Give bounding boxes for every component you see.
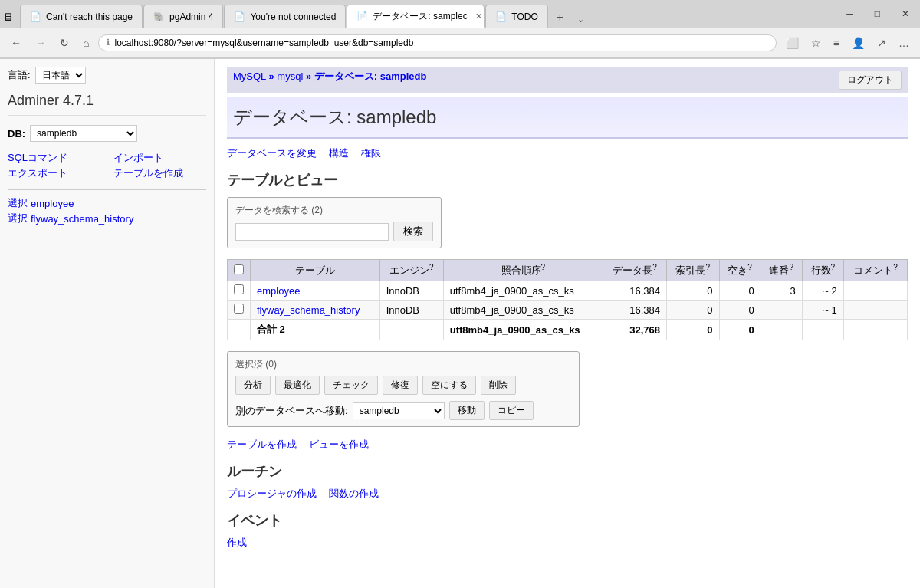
sidebar-create-table[interactable]: テーブルを作成 (113, 166, 207, 180)
check-button[interactable]: チェック (324, 376, 378, 395)
action-links: データベースを変更 構造 権限 (227, 146, 908, 160)
optimize-button[interactable]: 最適化 (275, 376, 320, 395)
table-link-employee: 選択 employee (8, 196, 206, 210)
col-header-index-len: 索引長? (666, 260, 719, 281)
tab-database[interactable]: 📄 データベース: samplec ✕ (347, 5, 485, 28)
create-view-link[interactable]: ビューを作成 (309, 438, 369, 452)
breadcrumb-mysql-db[interactable]: mysql (277, 71, 303, 82)
breadcrumb-mysql[interactable]: MySQL (233, 71, 266, 82)
db-label: DB: (8, 128, 25, 140)
tab-icon: 📄 (495, 11, 507, 22)
col-header-comment: コメント? (843, 260, 907, 281)
routine-title: ルーチン (227, 462, 908, 481)
employee-rows: ~ 2 (802, 281, 843, 301)
tab-icon: 📄 (30, 11, 41, 22)
flyway-link[interactable]: flyway_schema_history (257, 304, 360, 316)
move-label: 別のデータベースへ移動: (235, 404, 348, 418)
sidebar-nav-links: SQLコマンド インポート エクスポート テーブルを作成 (8, 151, 206, 180)
select-employee-link[interactable]: 選択 (8, 196, 28, 210)
sidebar-import[interactable]: インポート (113, 151, 207, 165)
refresh-button[interactable]: ↻ (55, 34, 74, 52)
create-event-link[interactable]: 作成 (227, 536, 247, 550)
breadcrumb-current: データベース: sampledb (314, 71, 427, 82)
back-button[interactable]: ← (6, 34, 26, 52)
collections-button[interactable]: ≡ (829, 34, 844, 52)
tab-cant-reach[interactable]: 📄 Can't reach this page (20, 5, 143, 28)
delete-button[interactable]: 削除 (481, 376, 516, 395)
maximize-button[interactable]: □ (864, 0, 891, 28)
db-select[interactable]: sampledb (30, 125, 137, 142)
search-button[interactable]: 検索 (393, 222, 433, 241)
move-button[interactable]: 移動 (449, 401, 485, 420)
total-collation: utf8mb4_ja_0900_as_cs_ks (443, 320, 603, 340)
close-button[interactable]: ✕ (891, 0, 920, 28)
table-row: employee InnoDB utf8mb4_ja_0900_as_cs_ks… (228, 281, 908, 301)
copy-button[interactable]: コピー (489, 401, 534, 420)
employee-link[interactable]: employee (257, 285, 300, 297)
main-content: MySQL » mysql » データベース: sampledb ログアウト デ… (215, 59, 920, 588)
forward-button[interactable]: → (31, 34, 51, 52)
truncate-button[interactable]: 空にする (422, 376, 476, 395)
total-free: 0 (719, 320, 761, 340)
tab-overflow-button[interactable]: ⌄ (571, 11, 590, 28)
favorites-button[interactable]: ☆ (807, 34, 826, 52)
sidebar: 言語: 日本語 Adminer 4.7.1 DB: sampledb SQLコマ… (0, 59, 215, 588)
tab-icon: 📄 (234, 11, 245, 22)
move-select[interactable]: sampledb (353, 402, 445, 419)
selection-title: 選択済 (0) (235, 358, 571, 371)
lang-select[interactable]: 日本語 (35, 67, 86, 84)
employee-data-len: 16,384 (603, 281, 666, 301)
url-bar[interactable]: ℹ localhost:9080/?server=mysql&username=… (98, 34, 776, 51)
tab-not-connected[interactable]: 📄 You're not connected (224, 5, 346, 28)
window-icon: 🖥 (3, 11, 14, 23)
create-links: テーブルを作成 ビューを作成 (227, 438, 908, 452)
profile-button[interactable]: 👤 (847, 34, 869, 52)
settings-button[interactable]: … (894, 34, 914, 52)
share-button[interactable]: ↗ (872, 34, 891, 52)
permissions-link[interactable]: 権限 (361, 146, 381, 160)
lang-row: 言語: 日本語 (8, 67, 206, 84)
flyway-engine: InnoDB (380, 301, 443, 320)
repair-button[interactable]: 修復 (383, 376, 418, 395)
col-header-auto-inc: 連番? (761, 260, 802, 281)
row-checkbox-employee[interactable] (234, 284, 244, 294)
move-row: 別のデータベースへ移動: sampledb 移動 コピー (235, 401, 571, 420)
page-title: データベース: sampledb (227, 97, 908, 139)
sidebar-sql-command[interactable]: SQLコマンド (8, 151, 101, 165)
toolbar-icons: ⬜ ☆ ≡ 👤 ↗ … (781, 34, 914, 52)
row-checkbox-flyway[interactable] (234, 304, 244, 314)
select-all-checkbox[interactable] (234, 264, 244, 274)
sidebar-divider (8, 189, 206, 190)
flyway-index-len: 0 (666, 301, 719, 320)
flyway-table-link[interactable]: flyway_schema_history (31, 213, 133, 225)
reader-mode-button[interactable]: ⬜ (781, 34, 803, 52)
analyze-button[interactable]: 分析 (235, 376, 271, 395)
sidebar-export[interactable]: エクスポート (8, 166, 101, 180)
employee-collation: utf8mb4_ja_0900_as_cs_ks (443, 281, 603, 301)
tab-pgadmin[interactable]: 🐘 pgAdmin 4 (143, 5, 223, 28)
minimize-button[interactable]: ─ (836, 0, 864, 28)
event-links: 作成 (227, 536, 908, 550)
employee-table-link[interactable]: employee (31, 198, 74, 209)
select-flyway-link[interactable]: 選択 (8, 212, 28, 225)
employee-comment (843, 281, 907, 301)
create-function-link[interactable]: 関数の作成 (329, 487, 379, 501)
new-tab-button[interactable]: + (549, 8, 571, 28)
tab-icon: 📄 (356, 11, 368, 21)
flyway-auto-inc (761, 301, 802, 320)
tab-todo[interactable]: 📄 TODO (485, 5, 547, 28)
search-input[interactable] (235, 223, 389, 241)
lang-label: 言語: (8, 68, 31, 82)
logout-button[interactable]: ログアウト (839, 71, 902, 90)
flyway-free: 0 (719, 301, 761, 320)
table-row: flyway_schema_history InnoDB utf8mb4_ja_… (228, 301, 908, 320)
tab-close-icon[interactable]: ✕ (475, 11, 482, 21)
structure-link[interactable]: 構造 (329, 146, 349, 160)
create-procedure-link[interactable]: プロシージャの作成 (227, 487, 317, 501)
flyway-rows: ~ 1 (802, 301, 843, 320)
change-db-link[interactable]: データベースを変更 (227, 146, 317, 160)
home-button[interactable]: ⌂ (78, 34, 94, 52)
app-title: Adminer 4.7.1 (8, 93, 206, 116)
create-table-link[interactable]: テーブルを作成 (227, 438, 297, 452)
table-links: 選択 employee 選択 flyway_schema_history (8, 196, 206, 225)
